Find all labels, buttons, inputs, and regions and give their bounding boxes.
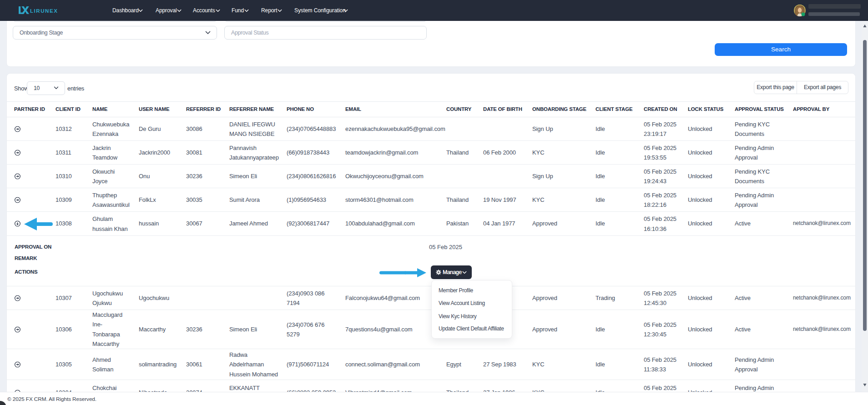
svg-text:LIRUNEX: LIRUNEX — [30, 8, 58, 14]
